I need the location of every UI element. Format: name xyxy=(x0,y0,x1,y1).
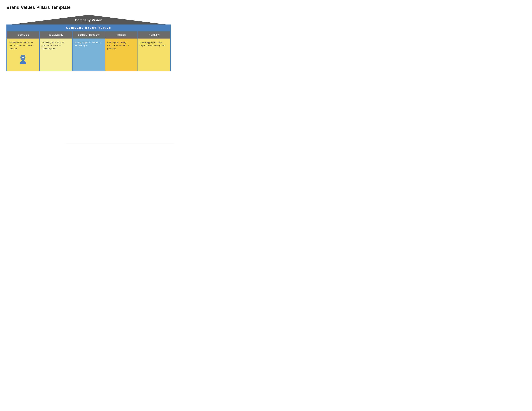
svg-rect-6 xyxy=(23,57,24,57)
large-template: Company Vision Company Brand Values Inno… xyxy=(6,15,171,71)
pillar-content-innovation: Pushing boundaries to be leaders in elec… xyxy=(7,38,39,71)
svg-rect-5 xyxy=(22,57,23,57)
pillar-col-sustainability: Sustainability Promising dedication to g… xyxy=(40,31,72,71)
large-main-body: Company Brand Values Innovation Pushing … xyxy=(6,25,171,71)
pillar-col-customer-centricity: Customer Centricity Putting people at th… xyxy=(73,31,105,71)
pillar-col-reliability: Reliability Powering progress with depen… xyxy=(138,31,170,71)
large-brand-values-header: Company Brand Values xyxy=(6,25,171,31)
pillar-content-reliability: Powering progress with dependability in … xyxy=(138,38,170,71)
pillar-col-innovation: Innovation Pushing boundaries to be lead… xyxy=(7,31,39,71)
large-vision-label: Company Vision xyxy=(6,18,171,22)
pillar-header-integrity: Integrity xyxy=(105,31,138,38)
pillar-content-customer-centricity: Putting people at the heart of every cha… xyxy=(73,38,105,71)
page-title: Brand Values Pillars Template xyxy=(6,5,171,10)
pillar-header-sustainability: Sustainability xyxy=(40,31,72,38)
gear-head-icon xyxy=(18,54,29,65)
large-pillars-grid: Innovation Pushing boundaries to be lead… xyxy=(6,31,171,71)
pillar-col-integrity: Integrity Building trust through transpa… xyxy=(105,31,138,71)
svg-point-2 xyxy=(23,57,23,58)
innovation-icon-area xyxy=(9,50,37,68)
main-wrapper: Company Vision Company Brand Values Inno… xyxy=(6,15,171,139)
svg-rect-3 xyxy=(23,56,23,57)
pillar-header-reliability: Reliability xyxy=(138,31,170,38)
svg-rect-4 xyxy=(23,58,23,58)
pillar-content-sustainability: Promising dedication to greener choices … xyxy=(40,38,72,71)
pillar-header-innovation: Innovation xyxy=(7,31,39,38)
innovation-text: Pushing boundaries to be leaders in elec… xyxy=(9,41,37,50)
large-roof: Company Vision xyxy=(6,15,171,25)
pillar-content-integrity: Building trust through transparent and e… xyxy=(105,38,138,71)
pillar-header-customer-centricity: Customer Centricity xyxy=(73,31,105,38)
